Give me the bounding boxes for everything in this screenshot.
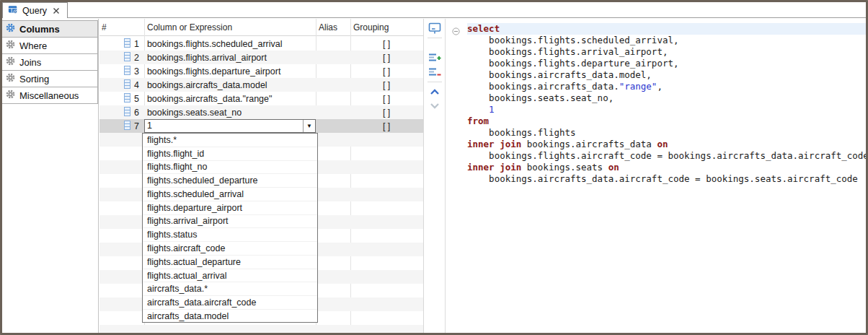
chevron-down-icon[interactable]: ▼ [303,120,315,132]
gear-icon [6,23,15,35]
table-row[interactable]: 1bookings.flights.scheduled_arrival[ ] [99,37,423,51]
sql-line: bookings.aircrafts_data.aircraft_code = … [467,173,866,185]
table-row[interactable]: 5bookings.aircrafts_data."range"[ ] [99,92,423,105]
sql-line: bookings.flights.aircraft_code = booking… [467,150,866,162]
expression-cell[interactable]: bookings.flights.scheduled_arrival [144,39,315,49]
sql-line: inner join bookings.aircrafts_data on [467,139,866,150]
dropdown-item[interactable]: aircrafts_data.* [143,282,317,296]
expression-cell[interactable]: bookings.aircrafts_data.model [144,80,315,90]
sql-token: bookings.aircrafts_data.model, [467,69,652,80]
dropdown-item[interactable]: aircrafts_data.model [143,310,317,323]
grouping-cell[interactable]: [ ] [350,94,423,104]
sql-token: inner join [467,139,521,149]
expression-cell[interactable]: bookings.flights.arrival_airport [144,53,315,63]
dropdown-item[interactable]: flights.flight_no [143,161,317,175]
grouping-cell[interactable]: [ ] [350,66,423,77]
sidebar-item-columns[interactable]: Columns [2,20,98,38]
sql-line: inner join bookings.seats on [467,162,866,173]
sql-token: bookings.aircrafts_data [521,139,657,149]
table-row[interactable]: 2bookings.flights.arrival_airport[ ] [99,51,423,64]
sql-token: on [657,139,668,149]
column-icon [124,52,130,64]
collapse-icon[interactable] [452,25,460,38]
sql-token: bookings.seats.seat_no, [467,92,614,103]
row-number-cell: 1 [99,38,144,50]
tab-query[interactable]: Query [2,2,68,18]
grouping-cell[interactable]: [ ] [350,39,423,49]
grouping-cell[interactable]: [ ] [350,121,423,131]
sidebar-item-miscellaneous[interactable]: Miscellaneous [2,87,98,104]
move-up-icon[interactable] [426,84,443,99]
sql-token: bookings.seats [521,162,608,173]
dropdown-item[interactable]: flights.scheduled_arrival [143,188,317,201]
sidebar-item-label: Columns [19,24,60,35]
sql-line: bookings.seats.seat_no, [467,92,866,104]
sql-line: bookings.flights.arrival_airport, [467,46,866,58]
dropdown-item[interactable]: flights.departure_airport [143,201,317,215]
row-number-cell: 4 [99,79,144,91]
query-builder-window: Query ColumnsWhereJoinsSortingMiscellane… [0,0,868,335]
dropdown-item[interactable]: flights.scheduled_departure [143,174,317,188]
sql-token: "range" [619,81,657,92]
gear-icon [6,90,15,101]
sql-token: from [467,116,489,126]
dropdown-item[interactable]: flights.aircraft_code [143,242,317,256]
dropdown-item[interactable]: flights.actual_departure [143,256,317,269]
column-icon [124,107,130,118]
expression-editor[interactable]: 1 ▼ [144,119,316,133]
tab-label: Query [22,6,47,16]
row-number-cell: 5 [99,93,144,105]
dropdown-item[interactable]: aircrafts_data.aircraft_code [143,296,317,310]
table-row[interactable]: 6bookings.seats.seat_no[ ] [99,105,423,119]
sql-editor[interactable]: select bookings.flights.scheduled_arriva… [445,19,866,333]
grouping-cell[interactable]: [ ] [350,108,423,118]
table-row[interactable]: 7 1 ▼ [ ] [99,119,423,133]
gear-icon [6,73,15,84]
column-header-grouping: Grouping [353,22,389,32]
grouping-cell[interactable]: [ ] [350,53,423,63]
sql-line: bookings.aircrafts_data."range", [467,81,866,92]
sidebar-item-label: Joins [19,57,41,68]
tab-bar: Query [2,2,866,18]
expression-value[interactable]: 1 [145,120,303,132]
sidebar-item-where[interactable]: Where [2,37,98,54]
sql-token: bookings.flights.arrival_airport, [467,46,668,57]
add-column-icon[interactable] [426,51,443,65]
dropdown-item[interactable]: flights.* [143,134,317,147]
row-number-cell: 6 [99,107,144,118]
dropdown-item[interactable]: flights.flight_id [143,147,317,161]
column-icon [124,66,130,77]
sql-line: bookings.flights.scheduled_arrival, [467,35,866,46]
column-icon [124,121,130,132]
expression-cell[interactable]: bookings.seats.seat_no [144,108,315,118]
sidebar-item-sorting[interactable]: Sorting [2,70,98,87]
sql-token: select [467,23,500,34]
expression-cell[interactable]: bookings.aircrafts_data."range" [144,94,315,104]
sidebar-item-label: Where [19,40,47,51]
sidebar-item-label: Sorting [19,74,49,84]
dropdown-item[interactable]: flights.status [143,228,317,242]
table-row[interactable]: 4bookings.aircrafts_data.model[ ] [99,78,423,92]
sidebar-item-joins[interactable]: Joins [2,53,98,71]
grouping-cell[interactable]: [ ] [350,80,423,90]
column-icon [124,38,130,50]
dropdown-item[interactable]: flights.arrival_airport [143,215,317,229]
move-down-icon[interactable] [426,99,443,113]
remove-column-icon[interactable] [426,65,443,79]
close-icon[interactable] [51,6,61,15]
table-row[interactable]: 3bookings.flights.departure_airport[ ] [99,64,423,78]
columns-grid: # Column or Expression Alias Grouping 1b… [99,19,424,333]
dropdown-item[interactable]: flights.actual_arrival [143,269,317,283]
sql-line: from [467,116,866,127]
gear-icon [6,40,15,51]
sidebar: ColumnsWhereJoinsSortingMiscellaneous [2,19,99,333]
sql-token: on [608,162,619,173]
row-number-cell: 7 [99,121,144,132]
expression-cell[interactable]: bookings.flights.departure_airport [144,66,315,77]
sql-code: select bookings.flights.scheduled_arriva… [467,23,866,185]
column-header-alias: Alias [319,22,337,32]
sql-token: bookings.aircrafts_data. [467,81,619,92]
preview-panel-icon[interactable] [426,21,443,35]
expression-dropdown-list: flights.*flights.flight_idflights.flight… [142,133,318,323]
toolbar-separator [428,38,442,38]
